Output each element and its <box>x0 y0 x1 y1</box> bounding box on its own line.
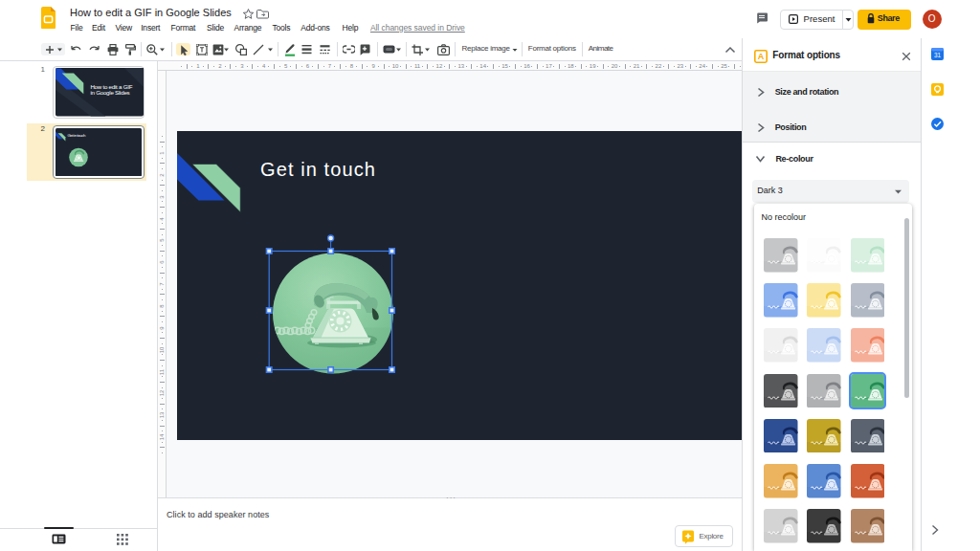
svg-text:in Google Slides: in Google Slides <box>90 89 129 96</box>
svg-text:31: 31 <box>933 52 941 58</box>
svg-text:A: A <box>757 52 764 61</box>
svg-text:Get in touch: Get in touch <box>68 132 87 137</box>
